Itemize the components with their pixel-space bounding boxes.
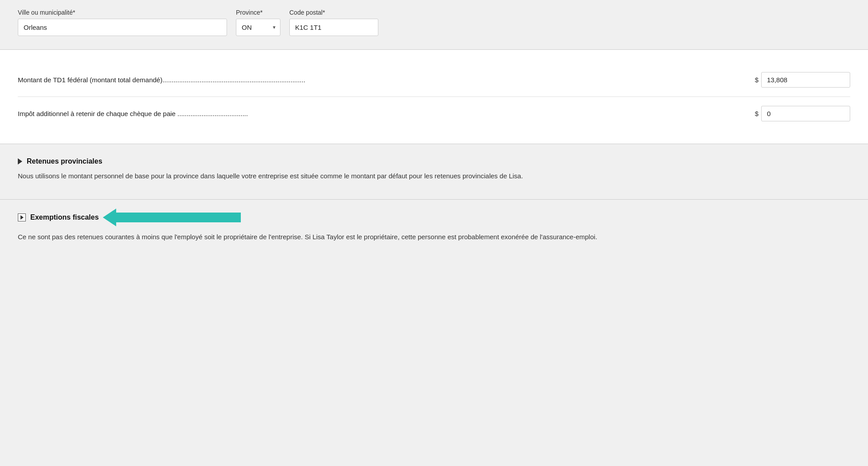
impot-row: Impôt additionnel à retenir de chaque ch… [18, 96, 850, 130]
td1-input[interactable] [761, 72, 850, 88]
form-section: Montant de TD1 fédéral (montant total de… [0, 50, 868, 144]
impot-input[interactable] [761, 106, 850, 121]
td1-dollar-sign: $ [755, 76, 758, 84]
page-container: Ville ou municipalité* Province* ON QC B… [0, 0, 868, 466]
exemptions-toggle-box[interactable] [18, 213, 26, 221]
retenues-section: Retenues provinciales Nous utilisons le … [0, 144, 868, 200]
postal-field-group: Code postal* [289, 9, 378, 36]
exemptions-description: Ce ne sont pas des retenues courantes à … [18, 232, 850, 242]
exemptions-header: Exemptions fiscales [18, 209, 850, 226]
city-label: Ville ou municipalité* [18, 9, 227, 16]
postal-label: Code postal* [289, 9, 378, 16]
td1-label: Montant de TD1 fédéral (montant total de… [18, 76, 755, 84]
top-section: Ville ou municipalité* Province* ON QC B… [0, 0, 868, 50]
address-row: Ville ou municipalité* Province* ON QC B… [18, 9, 850, 36]
impot-label: Impôt additionnel à retenir de chaque ch… [18, 110, 755, 117]
exemptions-title: Exemptions fiscales [30, 213, 99, 221]
arrow-head-icon [103, 209, 116, 226]
province-select[interactable]: ON QC BC AB MB SK NS NB NL PE NT NU YT [236, 19, 280, 36]
province-select-wrapper[interactable]: ON QC BC AB MB SK NS NB NL PE NT NU YT [236, 19, 280, 36]
teal-arrow-annotation [103, 209, 241, 226]
postal-input[interactable] [289, 19, 378, 36]
impot-value-group: $ [755, 106, 850, 121]
province-field-group: Province* ON QC BC AB MB SK NS NB NL PE … [236, 9, 280, 36]
retenues-triangle-icon [18, 158, 22, 165]
exemptions-toggle-icon [20, 215, 24, 220]
retenues-title: Retenues provinciales [27, 157, 102, 165]
retenues-description: Nous utilisons le montant personnel de b… [18, 171, 850, 181]
city-input[interactable] [18, 19, 227, 36]
city-field-group: Ville ou municipalité* [18, 9, 227, 36]
td1-row: Montant de TD1 fédéral (montant total de… [18, 63, 850, 96]
impot-dollar-sign: $ [755, 110, 758, 117]
td1-value-group: $ [755, 72, 850, 88]
retenues-header: Retenues provinciales [18, 157, 850, 165]
arrow-line [116, 213, 241, 222]
province-label: Province* [236, 9, 280, 16]
exemptions-section: Exemptions fiscales Ce ne sont pas des r… [0, 200, 868, 256]
